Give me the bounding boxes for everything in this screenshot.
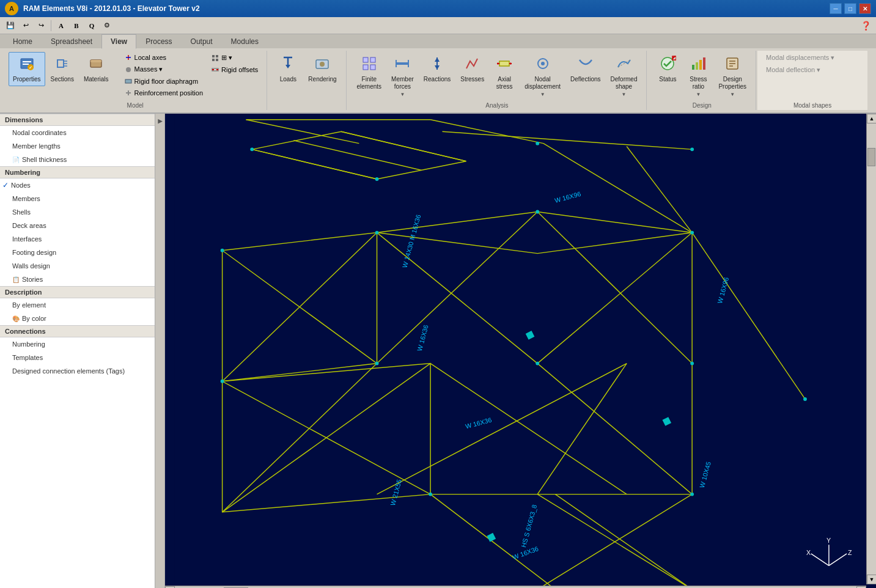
- modaldisplacements-label: Modal displacements ▾: [766, 54, 834, 62]
- masses-label: Masses ▾: [134, 65, 163, 73]
- ribbon-btn-rigidoffsets[interactable]: Rigid offsets: [208, 64, 262, 75]
- svg-point-47: [661, 57, 674, 70]
- panel-item-nodalcoords[interactable]: Nodal coordinates: [0, 126, 164, 139]
- svg-point-119: [690, 493, 694, 496]
- svg-rect-33: [396, 62, 408, 65]
- ribbon-btn-stresses[interactable]: Stresses: [456, 52, 488, 86]
- description-header: Description: [0, 286, 164, 298]
- scroll-right-btn[interactable]: ▶: [856, 586, 866, 589]
- properties-icon: ✓: [18, 55, 35, 75]
- ribbon-btn-stressratio[interactable]: Stressratio▼: [683, 52, 713, 101]
- tags-label: Designed connection elements (Tags): [12, 367, 125, 375]
- qa-settings-button[interactable]: ⚙: [100, 19, 114, 32]
- stressratio-label: Stressratio▼: [690, 76, 707, 98]
- qa-separator: [51, 20, 51, 31]
- panel-item-numbering[interactable]: Numbering: [0, 337, 164, 351]
- stresses-label: Stresses: [460, 76, 484, 83]
- ribbon-btn-sections[interactable]: Sections: [46, 52, 78, 86]
- scroll-down-btn[interactable]: ▼: [867, 575, 876, 584]
- ribbon-btn-localaxes[interactable]: Local axes: [121, 52, 207, 63]
- ribbon-btn-masses[interactable]: Masses ▾: [121, 64, 207, 75]
- svg-point-118: [429, 493, 432, 496]
- ribbon-btn-status[interactable]: Status: [653, 52, 682, 86]
- axialstress-label: Axialstress: [496, 76, 513, 90]
- panel-item-bycolor[interactable]: 🎨 By color: [0, 312, 164, 325]
- panel-collapse-btn[interactable]: ◀: [155, 114, 164, 130]
- tab-modules[interactable]: Modules: [222, 34, 268, 48]
- viewport[interactable]: W 16X96 W 14X30 M 16X36 W 16X36 W 16X96 …: [165, 114, 876, 588]
- tab-view[interactable]: View: [101, 34, 136, 49]
- scroll-up-btn[interactable]: ▲: [867, 114, 876, 123]
- ribbon-btn-reinforcement[interactable]: Reinforcement position: [121, 87, 207, 98]
- ribbon-btn-materials[interactable]: Materials: [79, 52, 113, 86]
- panel-item-templates[interactable]: Templates: [0, 351, 164, 364]
- ribbon-btn-axialstress[interactable]: Axialstress: [490, 52, 519, 94]
- restore-button[interactable]: □: [844, 3, 856, 14]
- qa-b-button[interactable]: B: [70, 19, 83, 32]
- svg-marker-38: [435, 65, 440, 70]
- memberforces-icon: [394, 55, 411, 75]
- ribbon-design-row: Status Stressratio▼ DesignProperties▼: [653, 52, 751, 101]
- panel-item-footingdesign[interactable]: Footing design: [0, 246, 164, 259]
- panel-item-shells[interactable]: Shells: [0, 205, 164, 219]
- viewport-scrollbar-h[interactable]: ◀ ▶: [165, 586, 866, 588]
- ribbon-loads-row: Loads Rendering: [273, 52, 340, 108]
- panel-item-members[interactable]: Members: [0, 192, 164, 205]
- ribbon-btn-memberforces[interactable]: Memberforces▼: [387, 52, 418, 101]
- tab-spreadsheet[interactable]: Spreadsheet: [42, 34, 101, 48]
- stories-icon: 📋: [12, 276, 20, 283]
- dimensions-header: Dimensions: [0, 114, 164, 126]
- ribbon-btn-loads[interactable]: Loads: [273, 52, 303, 86]
- close-button[interactable]: ✕: [859, 3, 871, 14]
- ribbon-btn-diaphragm[interactable]: Rigid floor diaphragm: [121, 76, 207, 87]
- qa-save-button[interactable]: 💾: [4, 19, 17, 32]
- panel-item-memberlengths[interactable]: Member lengths: [0, 139, 164, 153]
- panel-item-deckareas[interactable]: Deck areas: [0, 219, 164, 232]
- minimize-button[interactable]: ─: [830, 3, 842, 14]
- svg-rect-20: [216, 59, 218, 61]
- scroll-thumb-v[interactable]: [867, 148, 875, 166]
- tab-process[interactable]: Process: [136, 34, 181, 48]
- panel-item-wallsdesign[interactable]: Walls design: [0, 259, 164, 273]
- ribbon-btn-finite[interactable]: Finiteelements: [353, 52, 386, 94]
- tab-output[interactable]: Output: [182, 34, 222, 48]
- svg-rect-39: [499, 61, 509, 66]
- ribbon-btn-designprops[interactable]: DesignProperties▼: [714, 52, 751, 101]
- ribbon-btn-properties[interactable]: ✓ Properties: [9, 52, 45, 86]
- left-panel: Dimensions Nodal coordinates Member leng…: [0, 114, 165, 588]
- ribbon-btn-modaldisplacements[interactable]: Modal displacements ▾: [762, 52, 863, 64]
- svg-rect-18: [216, 55, 218, 57]
- qa-q-button[interactable]: Q: [85, 19, 98, 32]
- ribbon-btn-deformedshape[interactable]: Deformedshape▼: [606, 52, 642, 101]
- panel-item-nodes[interactable]: ✓ Nodes: [0, 178, 164, 192]
- panel-item-byelement[interactable]: By element: [0, 298, 164, 312]
- tab-home[interactable]: Home: [4, 34, 42, 48]
- svg-rect-10: [90, 60, 101, 62]
- panel-item-tags[interactable]: Designed connection elements (Tags): [0, 364, 164, 378]
- scroll-track-v: [867, 123, 876, 575]
- qa-help-button[interactable]: ❓: [859, 19, 872, 32]
- svg-rect-14: [125, 79, 131, 83]
- designprops-label: DesignProperties▼: [718, 76, 746, 98]
- ribbon-btn-nodaldisplacement[interactable]: Nodaldisplacement▼: [520, 52, 565, 101]
- properties-label: Properties: [13, 76, 41, 83]
- panel-item-interfaces[interactable]: Interfaces: [0, 232, 164, 246]
- ribbon-btn-rendering[interactable]: Rendering: [304, 52, 340, 86]
- rigidoffsets-label: Rigid offsets: [221, 66, 258, 73]
- ribbon-btn-reactions[interactable]: Reactions: [419, 52, 455, 86]
- svg-rect-58: [175, 114, 866, 588]
- localaxes-label: Local axes: [134, 54, 167, 61]
- qa-undo-button[interactable]: ↩: [19, 19, 32, 32]
- panel-item-stories[interactable]: 📋 Stories: [0, 273, 164, 286]
- ribbon-btn-deflections[interactable]: Deflections: [566, 52, 605, 86]
- viewport-scrollbar-v[interactable]: ▲ ▼: [866, 114, 876, 584]
- titlebar-controls[interactable]: ─ □ ✕: [830, 3, 871, 14]
- qa-redo-button[interactable]: ↪: [34, 19, 48, 32]
- qa-a-button[interactable]: A: [54, 19, 68, 32]
- rendering-icon: [314, 55, 331, 75]
- ribbon-btn-modaldeflection[interactable]: Modal deflection ▾: [762, 64, 863, 76]
- ribbon-btn-grid[interactable]: ⊞ ▾: [208, 52, 262, 64]
- scroll-left-btn[interactable]: ◀: [165, 586, 175, 589]
- svg-point-107: [536, 142, 539, 145]
- panel-item-shellthickness[interactable]: 📄 Shell thickness: [0, 153, 164, 166]
